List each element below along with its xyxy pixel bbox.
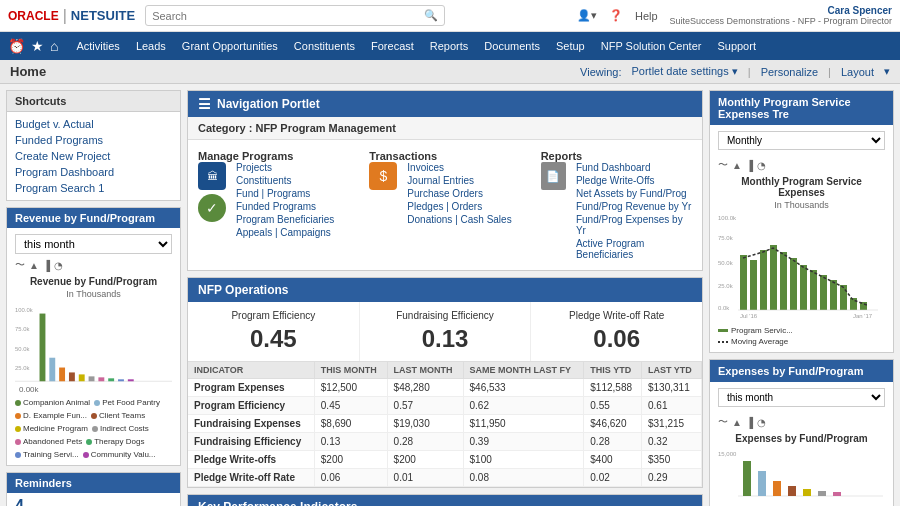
svg-rect-26 (800, 265, 807, 310)
recent-icon[interactable]: ⏰ (8, 38, 25, 54)
svg-rect-13 (118, 379, 124, 381)
monthly-pie-icon[interactable]: ◔ (757, 160, 766, 171)
link-pledge-writeoffs[interactable]: Pledge Write-Offs (576, 175, 692, 186)
monthly-area-icon[interactable]: ▲ (732, 160, 742, 171)
sub-header: Home Viewing: Portlet date settings ▾ | … (0, 60, 900, 84)
legend-dot-community (83, 452, 89, 458)
portlet-manage-inner: 🏛 ✓ Projects Constituents Fund | Program… (198, 162, 349, 238)
table-row: Program Expenses $12,500 $48,280 $46,533… (188, 379, 702, 397)
expenses-area-icon[interactable]: ▲ (732, 417, 742, 428)
user-name[interactable]: Cara Spencer (670, 5, 892, 16)
link-fund-revenue[interactable]: Fund/Prog Revenue by Yr (576, 201, 692, 212)
nav-documents[interactable]: Documents (476, 32, 548, 60)
legend-petfood: Pet Food Pantry (94, 398, 160, 407)
expenses-bar-icon[interactable]: ▐ (746, 417, 753, 428)
ops-pledge-label: Pledge Write-off Rate (541, 310, 692, 321)
kpi-box: Key Performance Indicators Grant Pipelin… (187, 494, 703, 506)
layout-link[interactable]: Layout (841, 66, 874, 78)
link-projects[interactable]: Projects (236, 162, 334, 173)
main-content: Shortcuts Budget v. Actual Funded Progra… (0, 84, 900, 506)
link-fund-dashboard[interactable]: Fund Dashboard (576, 162, 692, 173)
nav-forecast[interactable]: Forecast (363, 32, 422, 60)
link-net-assets[interactable]: Net Assets by Fund/Prog (576, 188, 692, 199)
link-active-beneficiaries[interactable]: Active Program Beneficiaries (576, 238, 692, 260)
ops-row-fund-eff-lm: 0.28 (387, 433, 463, 451)
shortcut-create[interactable]: Create New Project (15, 148, 172, 164)
svg-rect-12 (108, 378, 114, 381)
shortcut-budget[interactable]: Budget v. Actual (15, 116, 172, 132)
notifications-icon[interactable]: 👤▾ (577, 9, 597, 22)
search-input[interactable] (152, 10, 424, 22)
netsuite-logo: NETSUITE (71, 8, 135, 23)
link-purchase-orders[interactable]: Purchase Orders (407, 188, 511, 199)
nav-nfp-solution[interactable]: NFP Solution Center (593, 32, 710, 60)
svg-rect-39 (758, 471, 766, 496)
personalize-link[interactable]: Personalize (761, 66, 818, 78)
favorites-icon[interactable]: ★ (31, 38, 44, 54)
svg-text:25.0k: 25.0k (15, 365, 29, 371)
chart-pie-icon[interactable]: ◔ (54, 260, 63, 271)
top-right-area: 👤▾ ❓ Help Cara Spencer SuiteSuccess Demo… (577, 5, 892, 26)
legend-moving-avg-line (718, 341, 728, 343)
svg-rect-7 (59, 368, 65, 382)
ops-big-numbers: Program Efficiency 0.45 Fundraising Effi… (188, 302, 702, 362)
left-column: Shortcuts Budget v. Actual Funded Progra… (6, 90, 181, 506)
ops-row-prog-eff-ty: 0.55 (584, 397, 642, 415)
home-icon[interactable]: ⌂ (50, 38, 58, 54)
nav-constituents[interactable]: Constituents (286, 32, 363, 60)
svg-rect-30 (840, 285, 847, 310)
link-funded-programs[interactable]: Funded Programs (236, 201, 334, 212)
ops-row-prog-exp-tm: $12,500 (314, 379, 387, 397)
expenses-fund-select[interactable]: this month last month this year (718, 388, 885, 407)
chart-line-icon[interactable]: 〜 (15, 258, 25, 272)
portlet-trans-title: Transactions (369, 150, 520, 162)
nav-reports[interactable]: Reports (422, 32, 477, 60)
ops-row-prog-eff-tm: 0.45 (314, 397, 387, 415)
expenses-pie-icon[interactable]: ◔ (757, 417, 766, 428)
legend-example: D. Example Fun... (15, 411, 87, 420)
legend-dot-indirect (92, 426, 98, 432)
monthly-bar-icon[interactable]: ▐ (746, 160, 753, 171)
expenses-line-icon[interactable]: 〜 (718, 415, 728, 429)
shortcut-dashboard[interactable]: Program Dashboard (15, 164, 172, 180)
svg-rect-31 (850, 298, 857, 310)
chart-bar-icon[interactable]: ▐ (43, 260, 50, 271)
shortcut-search[interactable]: Program Search 1 (15, 180, 172, 196)
link-invoices[interactable]: Invoices (407, 162, 511, 173)
help-icon[interactable]: ❓ (609, 9, 623, 22)
revenue-select[interactable]: this month last month this year (15, 234, 172, 254)
link-donations[interactable]: Donations | Cash Sales (407, 214, 511, 225)
monthly-line-icon[interactable]: 〜 (718, 158, 728, 172)
link-pledges[interactable]: Pledges | Orders (407, 201, 511, 212)
link-fund-programs[interactable]: Fund | Programs (236, 188, 334, 199)
monthly-chart: 100.0k 75.0k 50.0k 25.0k 0.0k (718, 210, 888, 320)
nav-grant-opportunities[interactable]: Grant Opportunities (174, 32, 286, 60)
portlet-trans-inner: $ Invoices Journal Entries Purchase Orde… (369, 162, 520, 225)
link-appeals[interactable]: Appeals | Campaigns (236, 227, 334, 238)
monthly-select[interactable]: Monthly Weekly Quarterly (718, 131, 885, 150)
user-subtitle: SuiteSuccess Demonstrations - NFP - Prog… (670, 16, 892, 26)
search-icon[interactable]: 🔍 (424, 9, 438, 22)
legend-moving-avg: Moving Average (718, 337, 885, 346)
trans-links: Invoices Journal Entries Purchase Orders… (407, 162, 511, 225)
link-constituents[interactable]: Constituents (236, 175, 334, 186)
portlet-reports-title: Reports (541, 150, 692, 162)
nav-leads[interactable]: Leads (128, 32, 174, 60)
nav-support[interactable]: Support (709, 32, 764, 60)
link-journal-entries[interactable]: Journal Entries (407, 175, 511, 186)
link-beneficiaries[interactable]: Program Beneficiaries (236, 214, 334, 225)
portlet-date-settings[interactable]: Portlet date settings ▾ (631, 65, 737, 78)
layout-chevron[interactable]: ▾ (884, 65, 890, 78)
nav-setup[interactable]: Setup (548, 32, 593, 60)
help-label[interactable]: Help (635, 10, 658, 22)
svg-rect-29 (830, 280, 837, 310)
chart-area-icon[interactable]: ▲ (29, 260, 39, 271)
shortcut-funded[interactable]: Funded Programs (15, 132, 172, 148)
monthly-legend: Program Servic... Moving Average (718, 326, 885, 346)
legend-client: Client Teams (91, 411, 145, 420)
ops-prog-eff-label: Program Efficiency (198, 310, 349, 321)
nav-activities[interactable]: Activities (68, 32, 127, 60)
link-fund-expenses[interactable]: Fund/Prog Expenses by Yr (576, 214, 692, 236)
monthly-chart-sub: In Thousands (718, 200, 885, 210)
ops-pledge-writeoff: Pledge Write-off Rate 0.06 (531, 302, 702, 361)
